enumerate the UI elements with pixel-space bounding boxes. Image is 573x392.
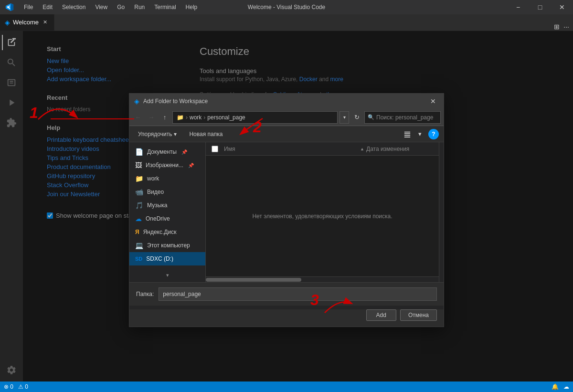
sidebar-sdxc[interactable]: SD SDXC (D:) (129, 252, 205, 265)
folder-label: Папка: (136, 291, 154, 297)
sidebar-music[interactable]: 🎵 Музыка (129, 199, 205, 212)
tabbar-right-controls: ⊞ ··· (554, 23, 573, 31)
sort-arrow-icon: ▲ (360, 147, 364, 151)
tab-close-button[interactable]: ✕ (42, 19, 49, 26)
search-box[interactable]: 🔍 Поиск: personal_page (364, 111, 441, 124)
help-button[interactable]: ? (428, 129, 439, 139)
computer-label: Этот компьютер (147, 242, 190, 249)
file-header: Имя ▲ Дата изменения (206, 142, 439, 156)
horizontal-scrollbar[interactable] (206, 276, 439, 282)
view-buttons: ▾ ? (402, 128, 439, 140)
video-icon: 📹 (135, 188, 143, 196)
nav-back-button[interactable]: ← (132, 112, 144, 123)
scrollbar-thumb (206, 278, 301, 282)
menu-selection[interactable]: Selection (57, 0, 90, 14)
sidebar-onedrive[interactable]: ☁ OneDrive (129, 212, 205, 225)
welcome-tab[interactable]: ◈ Welcome ✕ (0, 14, 54, 31)
sdxc-icon: SD (135, 256, 142, 262)
menu-file[interactable]: File (19, 0, 38, 14)
onedrive-label: OneDrive (146, 215, 170, 222)
yandex-label: Яндекс.Диск (143, 229, 177, 235)
path-folder-icon: 📁 (177, 114, 184, 121)
documents-label: Документы (147, 148, 177, 155)
work-folder-icon: 📁 (135, 175, 143, 182)
svg-rect-2 (404, 133, 410, 134)
statusbar: ⊗ 0 ⚠ 0 🔔 ☁ (0, 381, 573, 392)
sdxc-label: SDXC (D:) (146, 255, 173, 262)
computer-icon: 💻 (135, 242, 143, 249)
empty-message: Нет элементов, удовлетворяющих условиям … (206, 156, 439, 276)
menu-terminal[interactable]: Terminal (149, 0, 180, 14)
pin-icon-1: 📌 (181, 149, 187, 155)
app-icon (0, 0, 19, 14)
menu-bar: File Edit Selection View Go Run Terminal… (19, 0, 202, 14)
titlebar: File Edit Selection View Go Run Terminal… (0, 0, 573, 14)
vertical-scrollbar[interactable] (439, 142, 444, 282)
view-chevron-button[interactable]: ▾ (414, 128, 425, 140)
file-sidebar: 📄 Документы 📌 🖼 Изображени... 📌 📁 work 📹… (129, 142, 206, 282)
path-item-work[interactable]: work (190, 114, 202, 121)
window-controls: − □ ✕ (507, 0, 573, 14)
documents-icon: 📄 (135, 148, 143, 156)
notification-icon[interactable]: 🔔 (552, 383, 559, 390)
dialog-overlay: ◈ Add Folder to Workspace ✕ ← → ↑ 📁 › wo… (0, 31, 573, 381)
file-main: Имя ▲ Дата изменения Нет элементов, удов… (206, 142, 439, 282)
refresh-button[interactable]: ↻ (351, 112, 362, 123)
dialog-titlebar: ◈ Add Folder to Workspace ✕ (129, 94, 444, 109)
menu-go[interactable]: Go (112, 0, 129, 14)
sidebar-work[interactable]: 📁 work (129, 172, 205, 185)
svg-rect-3 (404, 135, 410, 136)
search-text: Поиск: personal_page (376, 114, 433, 121)
dialog-addressbar: ← → ↑ 📁 › work › personal_page ▾ ↻ 🔍 Пои… (129, 109, 444, 126)
path-chevron-button[interactable]: ▾ (340, 111, 349, 124)
new-folder-button[interactable]: Новая папка (184, 129, 227, 139)
dialog-footer: Папка: (129, 282, 444, 306)
sidebar-images[interactable]: 🖼 Изображени... 📌 (129, 159, 205, 172)
sort-label: Упорядочить (138, 131, 172, 138)
images-label: Изображени... (146, 162, 183, 169)
dialog-action-buttons: Add Отмена (129, 309, 444, 327)
menu-run[interactable]: Run (129, 0, 149, 14)
nav-up-button[interactable]: ↑ (159, 112, 170, 123)
sidebar-spacer (129, 265, 205, 271)
select-all-checkbox[interactable] (212, 146, 218, 152)
path-item-personal[interactable]: personal_page (207, 114, 245, 121)
minimize-button[interactable]: − (507, 0, 529, 14)
nav-forward-button[interactable]: → (146, 112, 157, 123)
menu-view[interactable]: View (90, 0, 112, 14)
dialog-title-icon: ◈ (134, 97, 139, 105)
svg-rect-4 (404, 137, 410, 138)
list-view-button[interactable] (402, 128, 413, 140)
sidebar-computer[interactable]: 💻 Этот компьютер (129, 239, 205, 252)
sidebar-yandex[interactable]: Я Яндекс.Диск (129, 225, 205, 239)
path-separator-2: › (203, 114, 205, 121)
status-warnings[interactable]: ⚠ 0 (18, 383, 28, 390)
tab-label: Welcome (13, 19, 39, 26)
sidebar-video[interactable]: 📹 Видео (129, 185, 205, 199)
address-path[interactable]: 📁 › work › personal_page (172, 111, 338, 124)
menu-help[interactable]: Help (181, 0, 202, 14)
dialog-close-button[interactable]: ✕ (427, 95, 439, 107)
images-icon: 🖼 (135, 161, 142, 169)
work-label: work (147, 175, 159, 182)
status-errors[interactable]: ⊗ 0 (4, 383, 13, 390)
col-name-header: Имя (224, 146, 358, 152)
split-editor-icon[interactable]: ⊞ (554, 23, 560, 31)
maximize-button[interactable]: □ (529, 0, 551, 14)
yandex-icon: Я (135, 229, 139, 235)
col-date-header: Дата изменения (366, 146, 433, 152)
add-button[interactable]: Add (366, 309, 396, 321)
menu-edit[interactable]: Edit (38, 0, 57, 14)
sidebar-documents[interactable]: 📄 Документы 📌 (129, 145, 205, 159)
sort-button[interactable]: Упорядочить ▾ (134, 129, 180, 139)
close-button[interactable]: ✕ (551, 0, 573, 14)
sidebar-expand[interactable]: ▾ (129, 271, 205, 279)
folder-input[interactable] (159, 287, 437, 301)
more-actions-icon[interactable]: ··· (563, 23, 569, 31)
dialog-toolbar: Упорядочить ▾ Новая папка ▾ ? (129, 126, 444, 142)
window-title: Welcome - Visual Studio Code (248, 4, 325, 11)
tabbar: ◈ Welcome ✕ ⊞ ··· (0, 14, 573, 31)
sync-icon[interactable]: ☁ (563, 383, 569, 390)
cancel-button[interactable]: Отмена (400, 309, 437, 321)
path-separator-1: › (186, 114, 188, 121)
